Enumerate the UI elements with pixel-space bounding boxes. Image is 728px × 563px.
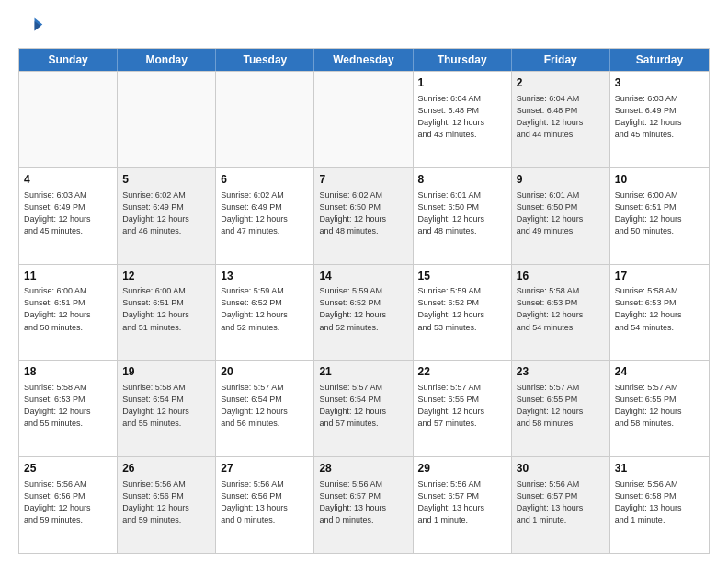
day-number: 8 <box>418 172 506 188</box>
cell-info: Sunrise: 6:03 AM Sunset: 6:49 PM Dayligh… <box>24 190 112 237</box>
day-number: 21 <box>319 364 407 380</box>
header-day-thursday: Thursday <box>414 49 512 71</box>
cell-info: Sunrise: 5:58 AM Sunset: 6:53 PM Dayligh… <box>615 285 704 333</box>
day-number: 31 <box>615 461 704 477</box>
header-day-tuesday: Tuesday <box>216 49 314 71</box>
header-day-friday: Friday <box>512 49 610 71</box>
day-number: 20 <box>221 364 309 380</box>
page: SundayMondayTuesdayWednesdayThursdayFrid… <box>0 0 728 563</box>
day-number: 18 <box>24 364 112 380</box>
day-number: 2 <box>517 75 605 91</box>
day-number: 5 <box>122 172 210 188</box>
cell-info: Sunrise: 6:03 AM Sunset: 6:49 PM Dayligh… <box>615 93 704 141</box>
cal-cell: 25Sunrise: 5:56 AM Sunset: 6:56 PM Dayli… <box>19 457 118 553</box>
cell-info: Sunrise: 5:56 AM Sunset: 6:56 PM Dayligh… <box>24 478 112 526</box>
cell-info: Sunrise: 6:01 AM Sunset: 6:50 PM Dayligh… <box>418 190 506 237</box>
day-number: 4 <box>24 172 112 188</box>
cell-info: Sunrise: 5:56 AM Sunset: 6:56 PM Dayligh… <box>221 478 309 526</box>
day-number: 10 <box>615 172 704 188</box>
cell-info: Sunrise: 5:56 AM Sunset: 6:58 PM Dayligh… <box>615 478 704 526</box>
day-number: 19 <box>122 364 210 380</box>
day-number: 9 <box>517 172 605 188</box>
cal-cell: 7Sunrise: 6:02 AM Sunset: 6:50 PM Daylig… <box>314 168 413 264</box>
logo <box>18 15 48 40</box>
cal-cell: 12Sunrise: 6:00 AM Sunset: 6:51 PM Dayli… <box>118 265 216 361</box>
cell-info: Sunrise: 5:58 AM Sunset: 6:54 PM Dayligh… <box>122 382 210 430</box>
logo-icon <box>18 15 44 40</box>
cell-info: Sunrise: 5:58 AM Sunset: 6:53 PM Dayligh… <box>517 285 605 333</box>
cal-cell: 27Sunrise: 5:56 AM Sunset: 6:56 PM Dayli… <box>216 457 314 553</box>
cell-info: Sunrise: 6:02 AM Sunset: 6:49 PM Dayligh… <box>122 190 210 237</box>
cell-info: Sunrise: 6:01 AM Sunset: 6:50 PM Dayligh… <box>517 190 605 237</box>
cell-info: Sunrise: 5:56 AM Sunset: 6:57 PM Dayligh… <box>319 478 407 526</box>
cal-cell: 1Sunrise: 6:04 AM Sunset: 6:48 PM Daylig… <box>414 72 512 167</box>
week-row-3: 11Sunrise: 6:00 AM Sunset: 6:51 PM Dayli… <box>19 264 709 361</box>
cal-cell: 21Sunrise: 5:57 AM Sunset: 6:54 PM Dayli… <box>314 361 413 456</box>
calendar-header: SundayMondayTuesdayWednesdayThursdayFrid… <box>19 49 709 71</box>
week-row-5: 25Sunrise: 5:56 AM Sunset: 6:56 PM Dayli… <box>19 456 709 553</box>
day-number: 6 <box>221 172 309 188</box>
cell-info: Sunrise: 5:59 AM Sunset: 6:52 PM Dayligh… <box>319 285 407 333</box>
cell-info: Sunrise: 5:59 AM Sunset: 6:52 PM Dayligh… <box>221 285 309 333</box>
cal-cell: 9Sunrise: 6:01 AM Sunset: 6:50 PM Daylig… <box>512 168 610 264</box>
day-number: 17 <box>615 269 704 284</box>
day-number: 7 <box>319 172 407 188</box>
week-row-4: 18Sunrise: 5:58 AM Sunset: 6:53 PM Dayli… <box>19 360 709 456</box>
cal-cell: 28Sunrise: 5:56 AM Sunset: 6:57 PM Dayli… <box>314 457 413 553</box>
cell-info: Sunrise: 6:02 AM Sunset: 6:49 PM Dayligh… <box>221 190 309 237</box>
cal-cell: 2Sunrise: 6:04 AM Sunset: 6:48 PM Daylig… <box>512 72 610 167</box>
day-number: 30 <box>517 461 605 477</box>
week-row-2: 4Sunrise: 6:03 AM Sunset: 6:49 PM Daylig… <box>19 167 709 264</box>
cal-cell: 18Sunrise: 5:58 AM Sunset: 6:53 PM Dayli… <box>19 361 118 456</box>
cal-cell: 16Sunrise: 5:58 AM Sunset: 6:53 PM Dayli… <box>512 265 610 361</box>
cell-info: Sunrise: 6:04 AM Sunset: 6:48 PM Dayligh… <box>517 93 605 141</box>
calendar: SundayMondayTuesdayWednesdayThursdayFrid… <box>18 48 710 554</box>
cal-cell: 10Sunrise: 6:00 AM Sunset: 6:51 PM Dayli… <box>610 168 709 264</box>
day-number: 11 <box>24 269 112 284</box>
cal-cell <box>216 72 314 167</box>
cal-cell: 22Sunrise: 5:57 AM Sunset: 6:55 PM Dayli… <box>414 361 512 456</box>
cal-cell: 24Sunrise: 5:57 AM Sunset: 6:55 PM Dayli… <box>610 361 709 456</box>
cal-cell <box>118 72 216 167</box>
cell-info: Sunrise: 6:00 AM Sunset: 6:51 PM Dayligh… <box>615 190 704 237</box>
day-number: 29 <box>418 461 506 477</box>
day-number: 25 <box>24 461 112 477</box>
cell-info: Sunrise: 5:57 AM Sunset: 6:55 PM Dayligh… <box>418 382 506 430</box>
day-number: 26 <box>122 461 210 477</box>
cell-info: Sunrise: 6:00 AM Sunset: 6:51 PM Dayligh… <box>122 285 210 333</box>
cell-info: Sunrise: 6:02 AM Sunset: 6:50 PM Dayligh… <box>319 190 407 237</box>
cell-info: Sunrise: 5:56 AM Sunset: 6:57 PM Dayligh… <box>517 478 605 526</box>
cell-info: Sunrise: 5:57 AM Sunset: 6:54 PM Dayligh… <box>221 382 309 430</box>
day-number: 27 <box>221 461 309 477</box>
cal-cell: 6Sunrise: 6:02 AM Sunset: 6:49 PM Daylig… <box>216 168 314 264</box>
header-day-wednesday: Wednesday <box>314 49 413 71</box>
cal-cell: 31Sunrise: 5:56 AM Sunset: 6:58 PM Dayli… <box>610 457 709 553</box>
calendar-body: 1Sunrise: 6:04 AM Sunset: 6:48 PM Daylig… <box>19 71 709 553</box>
cal-cell: 15Sunrise: 5:59 AM Sunset: 6:52 PM Dayli… <box>414 265 512 361</box>
week-row-1: 1Sunrise: 6:04 AM Sunset: 6:48 PM Daylig… <box>19 71 709 167</box>
day-number: 22 <box>418 364 506 380</box>
header <box>18 15 710 40</box>
cal-cell: 13Sunrise: 5:59 AM Sunset: 6:52 PM Dayli… <box>216 265 314 361</box>
cell-info: Sunrise: 6:04 AM Sunset: 6:48 PM Dayligh… <box>418 93 506 141</box>
cal-cell: 19Sunrise: 5:58 AM Sunset: 6:54 PM Dayli… <box>118 361 216 456</box>
cal-cell: 26Sunrise: 5:56 AM Sunset: 6:56 PM Dayli… <box>118 457 216 553</box>
cell-info: Sunrise: 5:58 AM Sunset: 6:53 PM Dayligh… <box>24 382 112 430</box>
cell-info: Sunrise: 5:57 AM Sunset: 6:54 PM Dayligh… <box>319 382 407 430</box>
cal-cell: 14Sunrise: 5:59 AM Sunset: 6:52 PM Dayli… <box>314 265 413 361</box>
day-number: 12 <box>122 269 210 284</box>
day-number: 13 <box>221 269 309 284</box>
header-day-monday: Monday <box>118 49 216 71</box>
cell-info: Sunrise: 5:56 AM Sunset: 6:56 PM Dayligh… <box>122 478 210 526</box>
day-number: 15 <box>418 269 506 284</box>
day-number: 3 <box>615 75 704 91</box>
cal-cell: 29Sunrise: 5:56 AM Sunset: 6:57 PM Dayli… <box>414 457 512 553</box>
cal-cell: 23Sunrise: 5:57 AM Sunset: 6:55 PM Dayli… <box>512 361 610 456</box>
cal-cell: 20Sunrise: 5:57 AM Sunset: 6:54 PM Dayli… <box>216 361 314 456</box>
cell-info: Sunrise: 5:56 AM Sunset: 6:57 PM Dayligh… <box>418 478 506 526</box>
cell-info: Sunrise: 5:59 AM Sunset: 6:52 PM Dayligh… <box>418 285 506 333</box>
header-day-saturday: Saturday <box>610 49 709 71</box>
cal-cell: 17Sunrise: 5:58 AM Sunset: 6:53 PM Dayli… <box>610 265 709 361</box>
cal-cell <box>19 72 118 167</box>
day-number: 24 <box>615 364 704 380</box>
